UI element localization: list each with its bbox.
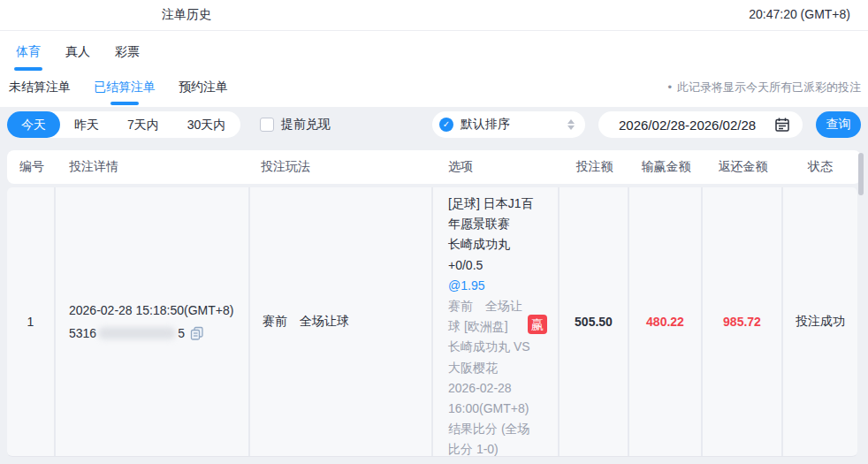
table-header-row: 编号 投注详情 投注玩法 选项 投注额 输赢金额 返还金额 状态 bbox=[7, 150, 861, 184]
tab-lottery-label: 彩票 bbox=[115, 44, 140, 58]
option-odds: @1.95 bbox=[448, 276, 545, 296]
col-header-payout: 返还金额 bbox=[703, 159, 783, 175]
bet-status-subtabs: 未结算注单 已结算注单 预约注单 bbox=[7, 72, 230, 107]
current-time: 20:47:20 (GMT+8) bbox=[749, 7, 850, 21]
bet-id-line: 5316 5 bbox=[69, 322, 233, 345]
cell-option: [足球] 日本J1百 年愿景联赛 长崎成功丸 +0/0.5 @1.95 赛前 全… bbox=[433, 187, 560, 456]
bet-id-suffix: 5 bbox=[178, 322, 185, 345]
sort-arrows-icon bbox=[567, 119, 575, 130]
date-range-pill-group: 今天 昨天 7天内 30天内 bbox=[7, 111, 240, 138]
option-line: +0/0.5 bbox=[448, 255, 545, 276]
col-header-number: 编号 bbox=[7, 159, 56, 175]
option-line: 结果比分 (全场 bbox=[448, 419, 545, 439]
cell-number: 1 bbox=[7, 187, 56, 456]
option-line: 年愿景联赛 bbox=[448, 214, 545, 234]
option-line: 16:00(GMT+8) bbox=[448, 399, 545, 419]
active-subtab-underline bbox=[110, 102, 139, 105]
category-tabs: 体育 真人 彩票 bbox=[14, 32, 141, 72]
sort-selected-value: 默认排序 bbox=[461, 117, 567, 133]
cell-status: 投注成功 bbox=[783, 187, 857, 456]
range-today-button[interactable]: 今天 bbox=[7, 111, 60, 138]
win-badge: 赢 bbox=[528, 315, 547, 334]
note-text: 此记录将显示今天所有已派彩的投注 bbox=[677, 80, 861, 94]
query-button[interactable]: 查询 bbox=[816, 111, 861, 138]
win-loss-value: 480.22 bbox=[646, 315, 684, 329]
range-30days-button[interactable]: 30天内 bbox=[173, 111, 240, 138]
option-line: 2026-02-28 bbox=[448, 378, 545, 399]
settled-note: •此记录将显示今天所有已派彩的投注 bbox=[667, 80, 861, 95]
top-white-panel: 注单历史 20:47:20 (GMT+8) 体育 真人 彩票 未结算注单 已结算… bbox=[0, 0, 868, 107]
tab-live-casino-label: 真人 bbox=[65, 44, 90, 58]
cell-bet-amount: 505.50 bbox=[560, 187, 629, 456]
option-line: 大阪樱花 bbox=[448, 358, 545, 378]
col-header-bet-detail: 投注详情 bbox=[56, 159, 250, 175]
date-range-value: 2026/02/28-2026/02/28 bbox=[619, 118, 756, 133]
subtab-unsettled[interactable]: 未结算注单 bbox=[7, 72, 72, 107]
col-header-status: 状态 bbox=[783, 159, 857, 175]
bet-id-blurred bbox=[98, 327, 176, 339]
row-number: 1 bbox=[27, 315, 34, 329]
cell-bet-detail: 2026-02-28 15:18:50(GMT+8) 5316 5 bbox=[56, 187, 250, 456]
topbar: 注单历史 20:47:20 (GMT+8) bbox=[0, 0, 868, 31]
payout-value: 985.72 bbox=[723, 315, 761, 329]
bet-timestamp: 2026-02-28 15:18:50(GMT+8) bbox=[69, 299, 233, 322]
col-header-bet-type: 投注玩法 bbox=[250, 159, 433, 175]
calendar-icon[interactable] bbox=[774, 117, 790, 133]
active-tab-underline bbox=[14, 67, 42, 71]
subtab-unsettled-label: 未结算注单 bbox=[9, 80, 71, 94]
check-circle-icon: ✓ bbox=[439, 118, 453, 132]
range-7days-button[interactable]: 7天内 bbox=[113, 111, 173, 138]
range-yesterday-button[interactable]: 昨天 bbox=[60, 111, 113, 138]
vertical-scrollbar-thumb[interactable] bbox=[858, 153, 864, 195]
option-line: 长崎成功丸 VS bbox=[448, 337, 545, 357]
subtab-reserved[interactable]: 预约注单 bbox=[177, 72, 230, 107]
tab-sports-label: 体育 bbox=[16, 44, 41, 58]
note-bullet: • bbox=[667, 80, 672, 94]
date-range-input[interactable]: 2026/02/28-2026/02/28 bbox=[598, 111, 803, 138]
option-line: 比分 1-0) bbox=[448, 439, 545, 460]
col-header-win-loss: 输赢金额 bbox=[629, 159, 703, 175]
cell-bet-type: 赛前 全场让球 bbox=[250, 187, 433, 456]
option-line: [足球] 日本J1百 bbox=[448, 194, 545, 214]
option-line: 赛前 全场让 bbox=[448, 296, 545, 316]
col-header-bet-amount: 投注额 bbox=[560, 159, 629, 175]
tab-lottery[interactable]: 彩票 bbox=[113, 32, 141, 72]
option-line: 长崎成功丸 bbox=[448, 234, 545, 255]
checkbox-unchecked[interactable] bbox=[260, 118, 274, 132]
early-cashout-label[interactable]: 提前兑现 bbox=[281, 117, 331, 133]
bet-id-prefix: 5316 bbox=[69, 322, 96, 345]
subtab-reserved-label: 预约注单 bbox=[179, 80, 228, 94]
page-title: 注单历史 bbox=[162, 7, 211, 23]
early-cashout-checkbox-group[interactable]: 提前兑现 bbox=[260, 111, 331, 138]
status-value: 投注成功 bbox=[796, 314, 845, 330]
bet-type-text: 赛前 全场让球 bbox=[250, 314, 349, 330]
tab-sports[interactable]: 体育 bbox=[14, 32, 42, 72]
copy-icon[interactable] bbox=[190, 326, 204, 340]
cell-win-loss: 480.22 bbox=[629, 187, 703, 456]
sort-order-select[interactable]: ✓ 默认排序 bbox=[432, 111, 585, 138]
table-row: 1 2026-02-28 15:18:50(GMT+8) 5316 5 bbox=[7, 187, 857, 457]
cell-payout: 985.72 bbox=[703, 187, 783, 456]
col-header-option: 选项 bbox=[433, 159, 560, 175]
tab-live-casino[interactable]: 真人 bbox=[64, 32, 92, 72]
subtab-settled[interactable]: 已结算注单 bbox=[92, 72, 157, 107]
option-line: 球 [欧洲盘] 赢 bbox=[448, 316, 545, 337]
subtab-settled-label: 已结算注单 bbox=[94, 80, 156, 94]
bet-amount-value: 505.50 bbox=[575, 315, 613, 329]
